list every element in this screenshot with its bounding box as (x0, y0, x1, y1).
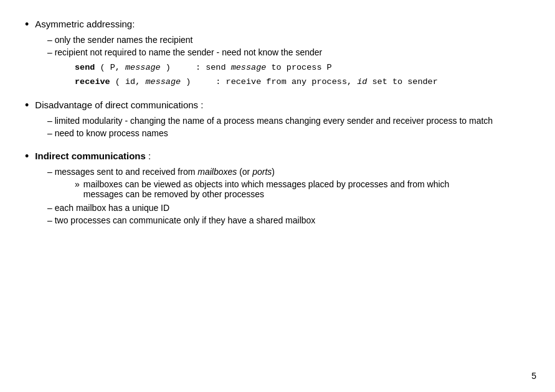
bullet-main-indirect: • Indirect communications : (25, 151, 524, 163)
asymmetric-title: Asymmetric addressing: (35, 19, 135, 29)
raquo-symbol: » (75, 179, 80, 189)
code-block-send-receive: send ( P, message ) : send message to pr… (75, 61, 524, 90)
section-asymmetric: • Asymmetric addressing: – only the send… (25, 19, 524, 90)
code-send-close: ) (161, 61, 171, 75)
code-receive-comment: : receive from any process, id set to se… (216, 75, 437, 90)
code-keyword-receive: receive (75, 75, 110, 90)
page-number: 5 (531, 371, 536, 381)
sub-bullet-know-names: – need to know process names (47, 128, 524, 138)
indirect-title-suffix: : (148, 151, 151, 161)
code-send-params: ( P, (95, 61, 125, 75)
sub-bullet-sender-names: – only the sender names the recipient (47, 35, 524, 45)
bullet-dot-3: • (25, 150, 29, 163)
code-send-comment: : send message to process P (196, 61, 332, 75)
sub-bullet-limited-modularity: – limited modularity - changing the name… (47, 116, 524, 126)
bullet-main-disadvantage: • Disadvantage of direct communications … (25, 100, 524, 112)
sub-bullet-mailboxes-detail: » mailboxes can be viewed as objects int… (75, 179, 524, 199)
code-send-message: message (125, 61, 161, 75)
code-row-send: send ( P, message ) : send message to pr… (75, 61, 524, 75)
bullet-dot-2: • (25, 99, 29, 112)
code-receive-params: ( id, (110, 75, 146, 90)
code-receive-message: message (145, 75, 181, 90)
indirect-title-bold: Indirect communications (35, 151, 146, 161)
sub-bullet-unique-id: – each mailbox has a unique ID (47, 203, 524, 213)
code-row-receive: receive ( id, message ) : receive from a… (75, 75, 524, 90)
bullet-main-asymmetric: • Asymmetric addressing: (25, 19, 524, 31)
raquo-text-mailboxes: mailboxes can be viewed as objects into … (83, 179, 470, 199)
sub-bullet-mailboxes: – messages sent to and received from mai… (47, 167, 524, 177)
code-keyword-send: send (75, 61, 95, 75)
section-disadvantage: • Disadvantage of direct communications … (25, 100, 524, 138)
slide-container: • Asymmetric addressing: – only the send… (0, 0, 555, 392)
indirect-title: Indirect communications : (35, 151, 151, 161)
bullet-dot-1: • (25, 18, 29, 31)
sub-bullet-shared-mailbox: – two processes can communicate only if … (47, 215, 524, 225)
section-indirect: • Indirect communications : – messages s… (25, 151, 524, 225)
sub-bullet-recipient-not-required: – recipient not required to name the sen… (47, 47, 524, 57)
disadvantage-title: Disadvantage of direct communications : (35, 100, 203, 110)
code-receive-close: ) (181, 75, 191, 90)
